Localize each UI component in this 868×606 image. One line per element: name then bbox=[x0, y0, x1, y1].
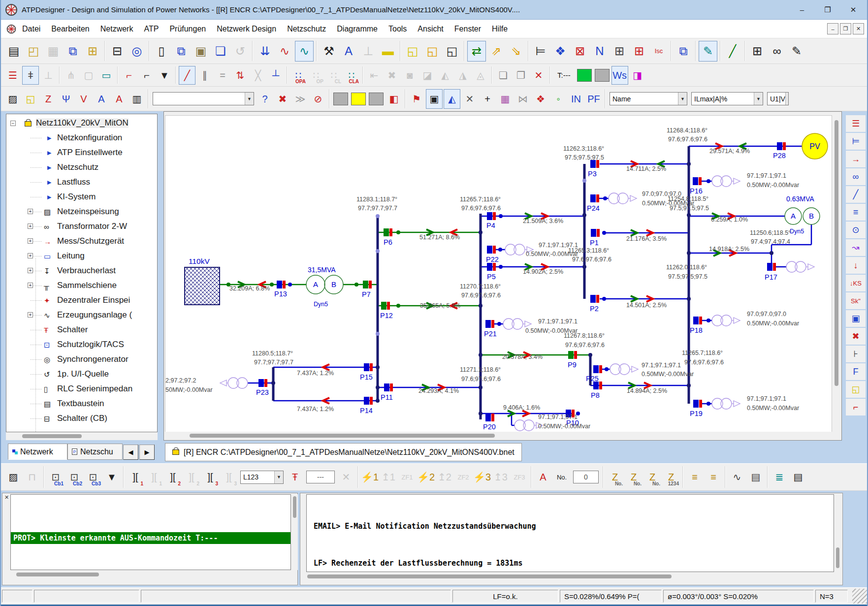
tree-item-textbaustein[interactable]: ▤Textbaustein bbox=[6, 396, 158, 411]
tree-item-ki-system[interactable]: ▶KI-System bbox=[6, 190, 158, 204]
switch-3-icon[interactable]: ][3 bbox=[201, 467, 219, 487]
load-transformer[interactable] bbox=[712, 398, 723, 409]
list-small-icon[interactable]: ▤ bbox=[789, 467, 807, 487]
tree-item-1p-u-i-quelle[interactable]: ↺1p. U/I-Quelle bbox=[6, 367, 158, 382]
delete-busbar-icon[interactable]: ⊠ bbox=[571, 41, 589, 62]
switch-node-red-p2[interactable] bbox=[596, 295, 599, 303]
ruler-pencil-icon[interactable]: ✎ bbox=[699, 41, 717, 62]
rt-load-icon[interactable]: ↝ bbox=[846, 239, 866, 256]
rt-ks-icon[interactable]: ↓KS bbox=[846, 275, 866, 291]
step-chart-yellow-2-icon[interactable]: ◱ bbox=[423, 41, 442, 62]
pin-node-icon[interactable]: ◦ bbox=[550, 89, 567, 109]
name-combo[interactable]: Name▼ bbox=[610, 92, 687, 105]
curve-small-icon[interactable]: ∿ bbox=[728, 467, 746, 487]
copy-network-elements-icon[interactable]: ⧉ bbox=[64, 41, 82, 62]
bus-pair-icon[interactable]: = bbox=[214, 66, 231, 85]
switch-node-red-p11[interactable] bbox=[390, 383, 393, 391]
switch-node-p7[interactable] bbox=[363, 281, 368, 288]
menu-fenster[interactable]: Fenster bbox=[449, 23, 486, 35]
step-chart-yellow-icon[interactable]: ◱ bbox=[403, 41, 422, 62]
switch-node-red-p4[interactable] bbox=[493, 212, 496, 220]
io-table-icon[interactable]: ⇊ bbox=[256, 41, 274, 62]
cb1-switch-icon[interactable]: ⊡Cb1 bbox=[47, 467, 64, 487]
tree-hscrollbar[interactable] bbox=[6, 432, 158, 440]
switch-node-p17[interactable] bbox=[767, 263, 772, 271]
tab-scroll-right-icon[interactable]: ▶ bbox=[139, 445, 155, 460]
a-document-icon[interactable]: A bbox=[93, 89, 110, 109]
tree-expand-box[interactable]: + bbox=[28, 268, 33, 273]
help-run-icon[interactable]: ? bbox=[257, 89, 273, 109]
paste-icon[interactable]: ▣ bbox=[192, 41, 210, 62]
mdi-close-button[interactable]: ✕ bbox=[853, 23, 864, 34]
paste-special-icon[interactable]: ❏ bbox=[211, 41, 230, 62]
chevron-down-icon[interactable]: ▼ bbox=[245, 93, 254, 105]
dash-input[interactable]: --- bbox=[306, 471, 335, 483]
delete-all-icon[interactable]: ✖ bbox=[274, 89, 291, 109]
bus-updown-arrows-icon[interactable]: ⇅ bbox=[232, 66, 249, 85]
node-cla-icon[interactable]: ∷CLA bbox=[343, 66, 360, 85]
close-button[interactable]: ✕ bbox=[840, 0, 866, 19]
z-impedance-icon[interactable]: Z bbox=[40, 89, 57, 109]
fault-3-icon[interactable]: ⚡3 bbox=[473, 467, 491, 487]
switch-node-p14[interactable] bbox=[364, 397, 369, 405]
load-transformer[interactable] bbox=[712, 315, 723, 326]
chevron-down-icon[interactable]: ▼ bbox=[274, 471, 283, 483]
no-edit-icon[interactable]: ⊘ bbox=[310, 89, 326, 109]
switch-node-red-p7[interactable] bbox=[369, 281, 372, 288]
switch-node-p3[interactable] bbox=[590, 160, 596, 168]
switch-node-p12[interactable] bbox=[381, 302, 386, 310]
heart-x-icon[interactable]: ❖ bbox=[532, 89, 549, 109]
power-direction-arrows-icon[interactable]: ⇄ bbox=[467, 41, 486, 62]
rt-red-bus-icon[interactable]: ☰ bbox=[846, 115, 866, 132]
switch-node-red-p20[interactable] bbox=[491, 414, 494, 421]
switch-node-red-p23[interactable] bbox=[264, 379, 267, 387]
switch-node-p23[interactable] bbox=[258, 379, 264, 387]
resize-grip[interactable] bbox=[852, 589, 867, 604]
load-transformer[interactable] bbox=[228, 378, 239, 388]
menu-tools[interactable]: Tools bbox=[383, 23, 412, 35]
bring-to-front-icon[interactable]: ❏ bbox=[495, 66, 512, 85]
marker-lamp-icon[interactable]: ▬ bbox=[379, 41, 397, 62]
rt-arrow-icon[interactable]: → bbox=[846, 151, 866, 167]
switch-node-red-p24[interactable] bbox=[596, 194, 599, 202]
network-magenta-icon[interactable]: ◨ bbox=[629, 66, 646, 85]
menu-netzschutz[interactable]: Netzschutz bbox=[282, 23, 331, 35]
switch-node-p2[interactable] bbox=[590, 295, 596, 303]
switch-node-red-p15[interactable] bbox=[370, 363, 373, 371]
bus-corner-icon[interactable]: ⌐ bbox=[138, 66, 155, 85]
canvas-hscrollbar[interactable] bbox=[165, 432, 832, 439]
load-transformer[interactable] bbox=[712, 176, 723, 187]
switch-node-p25[interactable] bbox=[593, 365, 599, 373]
tree-item-synchrongenerator[interactable]: ◎Synchrongenerator bbox=[6, 352, 158, 367]
document-menu-icon[interactable] bbox=[6, 24, 17, 34]
load-transformer[interactable] bbox=[505, 244, 516, 255]
switch-node-p22[interactable] bbox=[487, 246, 492, 254]
tree-expand-box[interactable]: + bbox=[28, 238, 33, 244]
switch-node-red-p9[interactable] bbox=[574, 351, 577, 359]
z-1234-icon[interactable]: Z1234 bbox=[662, 467, 680, 487]
close-icon[interactable]: ✕ bbox=[4, 494, 9, 501]
switch-node-red-p5[interactable] bbox=[493, 263, 496, 271]
tab-scroll-left-icon[interactable]: ◀ bbox=[123, 445, 138, 460]
no-marker-icon[interactable]: No. bbox=[553, 467, 571, 487]
tree-expand-box[interactable]: + bbox=[28, 253, 33, 258]
switch-node-p1[interactable] bbox=[591, 229, 596, 237]
bus-tee-icon[interactable]: ┴ bbox=[267, 66, 284, 85]
curve-diagram-alt-icon[interactable]: ∿ bbox=[295, 41, 314, 62]
switch-node-red-p8[interactable] bbox=[599, 382, 602, 389]
network-diagram[interactable]: ABABPVP13P7P6P12P4P22P5P21P20P3P24P1P2P1… bbox=[165, 116, 833, 433]
new-sheet-icon[interactable]: ▯ bbox=[152, 41, 171, 62]
switch-node-red-p19[interactable] bbox=[699, 400, 702, 408]
load-transformer[interactable] bbox=[610, 364, 621, 375]
node-opa-icon[interactable]: ∷OPA bbox=[290, 66, 307, 85]
element-filter-combo[interactable]: ▼ bbox=[153, 92, 254, 105]
switch-node-p4[interactable] bbox=[487, 212, 492, 220]
box-node-icon[interactable]: ▣ bbox=[426, 89, 443, 109]
load-transformer[interactable] bbox=[609, 193, 619, 204]
tree-item-atp-einstellwerte[interactable]: ▶ATP Einstellwerte bbox=[6, 145, 158, 160]
network-hierarchy-icon[interactable]: ⊞ bbox=[83, 41, 102, 62]
z-no-1-icon[interactable]: ZNo. bbox=[606, 467, 624, 487]
switch-node-red-p6[interactable] bbox=[389, 228, 392, 236]
fault-1-icon[interactable]: ⚡1 bbox=[361, 467, 379, 487]
switch-node-p5[interactable] bbox=[487, 263, 492, 271]
